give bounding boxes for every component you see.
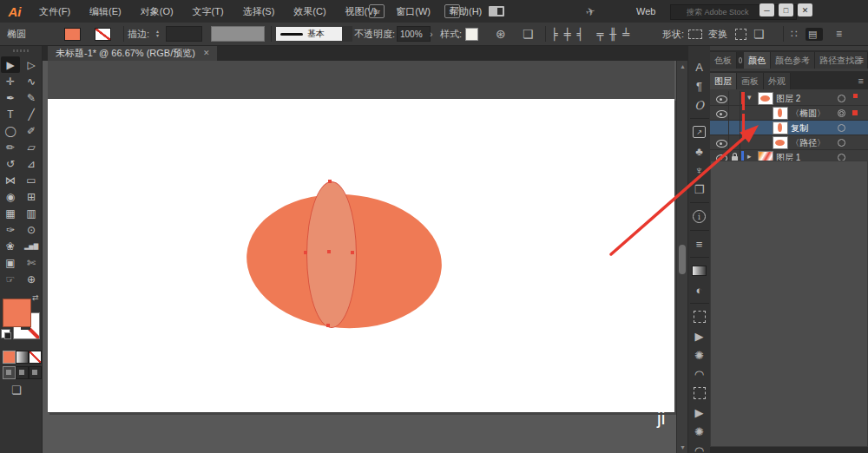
shape-properties-button[interactable] [688,23,702,45]
navigator-panel-icon-2[interactable]: ◠ [691,441,708,453]
app-logo-icon[interactable]: Ai [0,4,30,19]
panel-options-button[interactable]: ▤ [806,28,823,41]
anchor-point[interactable] [304,251,307,254]
target-circle[interactable] [838,109,845,117]
variables-panel-icon[interactable]: ≡ [691,234,708,253]
tab-2[interactable]: 颜色 [744,52,771,69]
menu-item-8[interactable]: 窗口(W) [386,5,440,18]
paintbrush-tool[interactable]: ✐ [22,122,41,139]
layer-row-2[interactable]: 〈椭圆〉 [710,106,868,121]
pencil-tool[interactable]: ✏ [1,139,20,155]
tab2-1[interactable]: 图层 [710,73,737,89]
align-right-icon[interactable]: ╡ [577,28,584,41]
transparency-panel-icon[interactable]: ◐ [691,280,708,299]
appearance-panel-icon[interactable]: ✺ [691,345,708,364]
artboard-tool[interactable]: ▣ [1,254,20,271]
layer-thumbnail[interactable] [758,92,773,105]
opacity-input[interactable]: 100% [397,26,431,42]
type-tool[interactable]: T [1,106,20,122]
transform-panel-icon-2[interactable] [694,387,706,399]
stroke-color-swatch[interactable] [95,23,115,45]
chevron-down-icon[interactable]: ▾ [747,93,752,102]
document-tab[interactable]: 未标题-1* @ 66.67% (RGB/预览) ✕ [48,45,217,61]
menu-item-1[interactable]: 文件(F) [30,5,80,18]
visibility-eye-icon[interactable] [716,140,727,148]
perspective-grid-tool[interactable]: ⊞ [22,188,41,205]
maximize-button[interactable]: □ [779,3,793,16]
fill-color-swatch[interactable] [64,23,84,45]
color-button[interactable] [3,351,16,364]
paragraph-panel-icon[interactable]: ¶ [691,76,708,95]
close-button[interactable]: ✕ [798,3,812,16]
scrollbar-thumb[interactable] [679,245,686,274]
arrange-documents-button[interactable] [489,0,508,23]
width-tool[interactable]: ⋈ [1,172,20,188]
lasso-tool[interactable]: ∿ [22,73,41,89]
menu-item-6[interactable]: 效果(C) [284,5,335,18]
layer-name[interactable]: 〈椭圆〉 [791,108,825,120]
grid-options-button[interactable]: ∷ [791,23,798,45]
minimize-button[interactable]: ─ [760,3,774,16]
toolbox-grip[interactable] [13,49,29,52]
layer-name[interactable]: 〈路径〉 [791,137,825,149]
draw-behind-button[interactable] [16,366,29,379]
ellipse-tool[interactable]: ◯ [1,122,20,139]
gradient-button[interactable] [16,351,29,364]
tab2-3[interactable]: 外观 [764,73,791,89]
gradient-tool[interactable]: ▥ [22,205,41,221]
none-button[interactable] [29,351,42,364]
workspace-switcher[interactable]: Web [636,0,659,23]
document-info-panel-icon[interactable]: i [693,210,706,223]
align-left-icon[interactable]: ╞ [551,28,558,41]
eraser-tool[interactable]: ▱ [22,139,41,155]
anchor-point[interactable] [351,251,354,254]
target-circle[interactable] [838,139,845,147]
align-h-center-icon[interactable]: ╪ [564,28,571,41]
tab-close-icon[interactable]: ✕ [203,49,210,57]
touch-workspace-button[interactable]: ✈ [586,0,595,23]
layer-name[interactable]: 图层 2 [776,93,800,105]
graphic-style-swatch[interactable] [465,23,482,45]
stock-button[interactable]: St [444,0,460,23]
scale-tool[interactable]: ⊿ [22,155,41,172]
rotate-tool[interactable]: ↺ [1,155,20,172]
swap-fill-stroke-icon[interactable]: ⇄ [32,293,39,302]
screen-mode-icon[interactable]: ❏ [11,384,22,397]
center-point[interactable] [327,250,331,253]
tab2-2[interactable]: 画板 [737,73,764,89]
bridge-button[interactable]: Br [369,0,385,23]
opacity-popup-button[interactable]: › [430,23,433,45]
menu-item-3[interactable]: 对象(O) [131,5,183,18]
vertical-scrollbar[interactable]: ▴ ▾ [676,61,688,453]
magic-wand-tool[interactable]: ✛ [1,73,20,89]
tab2-menu-icon[interactable]: ≡ [858,76,864,86]
tab-menu-icon[interactable]: ≡ [858,55,864,65]
export-panel-icon[interactable]: ↗ [693,126,706,138]
draw-inside-button[interactable] [29,366,42,379]
layer-row-4[interactable]: 〈路径〉 [710,135,868,150]
slice-tool[interactable]: ✄ [22,254,41,271]
blend-tool[interactable]: ⊙ [22,221,41,238]
transform-panel-icon[interactable] [694,311,706,323]
hand-tool[interactable]: ☞ [1,271,20,287]
direct-selection-tool[interactable]: ▷ [22,56,41,73]
control-menu-button[interactable]: ≡ [836,23,842,45]
curvature-tool[interactable]: ✎ [22,89,41,106]
transform-button[interactable] [735,23,746,45]
actions-panel-icon[interactable]: ▶ [691,326,708,345]
target-circle[interactable] [838,124,845,132]
zoom-tool[interactable]: ⊕ [22,271,41,287]
default-fill-stroke-icon[interactable] [1,329,10,338]
anchor-point[interactable] [328,180,332,183]
stroke-weight-stepper[interactable]: ▴▾ [156,23,159,45]
brushes-panel-icon[interactable]: ♆ [691,161,708,180]
align-top-icon[interactable]: ╤ [596,28,603,41]
menu-item-5[interactable]: 选择(S) [233,5,285,18]
brush-definition-select[interactable]: 基本 [276,27,342,41]
layer-thumbnail[interactable] [773,136,788,149]
fill-indicator[interactable] [3,299,31,327]
layer-name[interactable]: 复制 [791,122,808,135]
links-panel-icon[interactable]: ❐ [691,180,708,199]
chevron-right-icon[interactable]: ▸ [747,152,752,161]
draw-normal-button[interactable] [3,366,16,379]
